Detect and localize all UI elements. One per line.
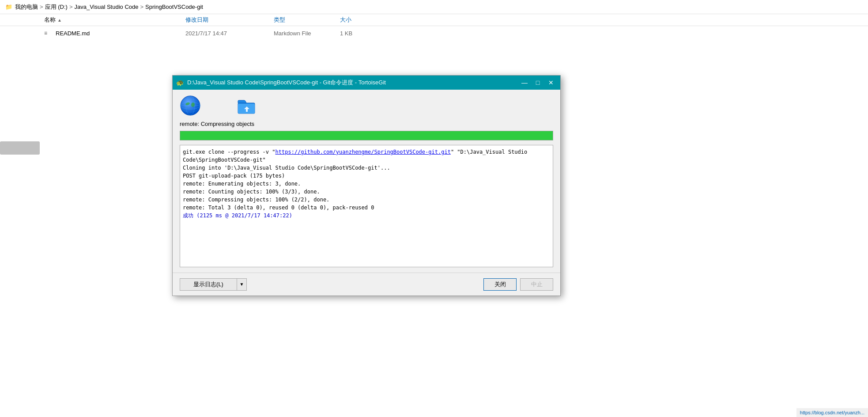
log-line-4: remote: Counting objects: 100% (3/3), do… — [183, 188, 550, 196]
file-name: README.md — [56, 30, 185, 37]
log-output[interactable]: git.exe clone --progress -v "https://git… — [180, 145, 553, 267]
close-button[interactable]: 关闭 — [483, 278, 517, 291]
sort-arrow-icon: ▲ — [57, 18, 62, 23]
log-line-3: remote: Enumerating objects: 3, done. — [183, 180, 550, 188]
col-header-type[interactable]: 类型 — [274, 16, 340, 24]
status-url: https://blog.csdn.net/yuanzh... — [800, 410, 864, 415]
minimize-button[interactable]: — — [519, 78, 530, 87]
progress-bar-container — [180, 131, 553, 140]
dialog-title: D:\Java_Visual Studio Code\SpringBootVSC… — [187, 79, 519, 87]
breadcrumb-part-1[interactable]: 应用 (D:) — [45, 3, 68, 11]
col-header-name[interactable]: 名称 ▲ — [44, 16, 185, 24]
file-size: 1 KB — [340, 30, 384, 37]
file-date: 2021/7/17 14:47 — [185, 30, 274, 37]
log-line-6: remote: Total 3 (delta 0), reused 0 (del… — [183, 204, 550, 212]
status-text: remote: Compressing objects — [180, 121, 553, 127]
maximize-button[interactable]: □ — [532, 78, 543, 87]
log-dropdown: 显示日志(L) ▼ — [180, 278, 247, 291]
log-line-1: Cloning into 'D:\Java_Visual Studio Code… — [183, 164, 550, 172]
file-explorer: 📁 我的电脑 > 应用 (D:) > Java_Visual Studio Co… — [0, 0, 868, 417]
breadcrumb-part-3[interactable]: SpringBootVSCode-git — [145, 4, 203, 10]
col-header-date[interactable]: 修改日期 — [185, 16, 274, 24]
table-row[interactable]: ≡ README.md 2021/7/17 14:47 Markdown Fil… — [44, 27, 868, 39]
breadcrumb[interactable]: 📁 我的电脑 > 应用 (D:) > Java_Visual Studio Co… — [0, 0, 868, 14]
column-headers: 名称 ▲ 修改日期 类型 大小 — [0, 14, 868, 26]
title-controls: — □ ✕ — [519, 78, 557, 87]
cancel-button[interactable]: 中止 — [520, 278, 553, 291]
dialog-body: remote: Compressing objects git.exe clon… — [173, 90, 560, 273]
breadcrumb-part-2[interactable]: Java_Visual Studio Code — [74, 4, 138, 10]
show-log-button[interactable]: 显示日志(L) — [180, 278, 237, 291]
log-dropdown-arrow[interactable]: ▼ — [237, 278, 247, 291]
tortoisegit-dialog: 🐢 D:\Java_Visual Studio Code\SpringBootV… — [172, 75, 561, 296]
log-line-2: POST git-upload-pack (175 bytes) — [183, 172, 550, 180]
breadcrumb-sep-0: > — [40, 4, 43, 10]
breadcrumb-sep-1: > — [69, 4, 73, 10]
progress-fill — [180, 131, 553, 140]
icons-row — [180, 95, 553, 116]
file-md-icon: ≡ — [44, 30, 53, 36]
folder-download-icon — [236, 95, 257, 116]
globe-icon — [180, 95, 201, 116]
log-line-success: 成功 (2125 ms @ 2021/7/17 14:47:22) — [183, 212, 550, 220]
breadcrumb-sep-2: > — [140, 4, 144, 10]
scrollbar[interactable] — [0, 141, 40, 155]
dialog-footer: 显示日志(L) ▼ 关闭 中止 — [173, 273, 560, 296]
log-line-0: git.exe clone --progress -v "https://git… — [183, 148, 550, 164]
col-header-size[interactable]: 大小 — [340, 16, 384, 24]
close-window-button[interactable]: ✕ — [545, 78, 557, 87]
git-clone-url-link[interactable]: https://github.com/yuanzhengme/SpringBoo… — [275, 149, 451, 155]
dialog-titlebar: 🐢 D:\Java_Visual Studio Code\SpringBootV… — [173, 76, 560, 90]
folder-icon: 📁 — [5, 4, 12, 10]
tortoise-icon: 🐢 — [176, 79, 184, 86]
log-line-5: remote: Compressing objects: 100% (2/2),… — [183, 196, 550, 204]
status-bar: https://blog.csdn.net/yuanzh... — [796, 408, 868, 417]
file-type: Markdown File — [274, 30, 340, 37]
breadcrumb-part-0[interactable]: 我的电脑 — [15, 3, 38, 11]
file-list: ≡ README.md 2021/7/17 14:47 Markdown Fil… — [0, 26, 868, 40]
